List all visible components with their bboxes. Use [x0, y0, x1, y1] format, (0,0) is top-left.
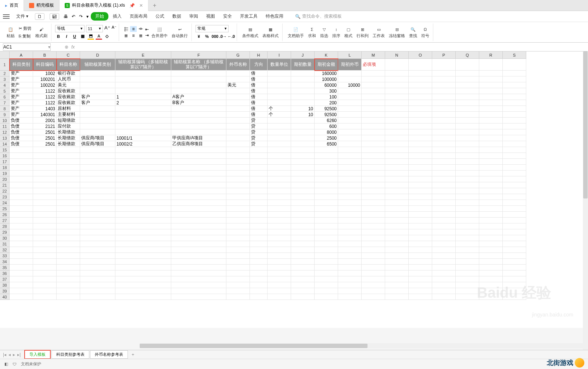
cell[interactable] — [432, 106, 456, 112]
cell[interactable]: 1122 — [33, 94, 57, 100]
cell[interactable] — [456, 212, 479, 218]
cell[interactable] — [362, 218, 385, 223]
cell[interactable] — [115, 188, 171, 194]
cell[interactable] — [250, 182, 268, 188]
header-cell[interactable]: 必填项 — [362, 59, 385, 71]
cell[interactable] — [479, 235, 503, 241]
cell[interactable] — [33, 218, 57, 223]
row-header[interactable]: 6 — [0, 94, 10, 100]
row-header[interactable]: 15 — [0, 147, 10, 153]
sheet-button[interactable]: ▭工作表 — [371, 25, 386, 39]
cell[interactable] — [315, 182, 338, 188]
cell[interactable] — [291, 88, 315, 94]
cell[interactable] — [33, 171, 57, 176]
cell[interactable] — [479, 194, 503, 200]
cell[interactable] — [268, 171, 291, 176]
cell[interactable] — [456, 171, 479, 176]
cell[interactable] — [10, 265, 33, 271]
cell[interactable]: 92500 — [315, 106, 338, 112]
cell[interactable] — [315, 223, 338, 229]
cell[interactable] — [503, 100, 526, 106]
cell[interactable] — [338, 71, 362, 76]
cell[interactable]: 资产 — [10, 112, 33, 118]
row-header[interactable]: 21 — [0, 182, 10, 188]
cell[interactable] — [268, 147, 291, 153]
bold-button[interactable]: B — [55, 33, 62, 40]
cell[interactable] — [250, 188, 268, 194]
cell[interactable] — [503, 259, 526, 265]
cell[interactable] — [409, 247, 432, 253]
cell[interactable] — [409, 294, 432, 300]
cell[interactable] — [456, 88, 479, 94]
cell[interactable] — [479, 229, 503, 235]
cell[interactable] — [385, 194, 409, 200]
cell[interactable] — [10, 276, 33, 282]
cell[interactable] — [33, 176, 57, 182]
cell[interactable] — [33, 241, 57, 247]
cell[interactable] — [338, 171, 362, 176]
cell[interactable] — [503, 276, 526, 282]
cell[interactable] — [115, 171, 171, 176]
cell[interactable] — [226, 188, 250, 194]
cell[interactable] — [115, 147, 171, 153]
sheet-tab-ref1[interactable]: 科目类别参考表 — [51, 350, 89, 359]
cell[interactable] — [479, 112, 503, 118]
header-cell[interactable] — [456, 59, 479, 71]
row-header[interactable]: 9 — [0, 112, 10, 118]
cell[interactable] — [503, 76, 526, 82]
cell[interactable] — [33, 259, 57, 265]
cell[interactable] — [80, 206, 115, 212]
cell[interactable] — [291, 288, 315, 294]
cell[interactable] — [479, 118, 503, 123]
cell[interactable] — [456, 106, 479, 112]
cell[interactable] — [171, 235, 226, 241]
cell[interactable] — [503, 88, 526, 94]
cell[interactable] — [456, 218, 479, 223]
col-header-K[interactable]: K — [315, 51, 338, 59]
cell[interactable] — [250, 223, 268, 229]
cell[interactable] — [503, 241, 526, 247]
cell[interactable] — [362, 106, 385, 112]
cell[interactable] — [226, 123, 250, 129]
cell[interactable] — [115, 76, 171, 82]
cell[interactable] — [503, 247, 526, 253]
cell[interactable] — [10, 165, 33, 171]
cell[interactable] — [57, 176, 80, 182]
cell[interactable] — [226, 200, 250, 206]
cell[interactable] — [503, 265, 526, 271]
cell[interactable] — [409, 118, 432, 123]
cell[interactable] — [385, 141, 409, 147]
header-cell[interactable] — [479, 59, 503, 71]
cell[interactable] — [291, 188, 315, 194]
header-cell[interactable] — [503, 59, 526, 71]
cell[interactable] — [226, 253, 250, 259]
cell[interactable] — [479, 171, 503, 176]
menu-file[interactable]: 文件 ▾ — [12, 12, 32, 21]
cell[interactable] — [503, 188, 526, 194]
cell[interactable] — [456, 100, 479, 106]
cell[interactable] — [226, 282, 250, 288]
cell[interactable] — [456, 259, 479, 265]
copy-button[interactable]: ⎘复制 — [17, 33, 33, 40]
cell[interactable] — [338, 76, 362, 82]
cell[interactable] — [479, 141, 503, 147]
cell[interactable] — [385, 223, 409, 229]
header-cell[interactable]: 科目名称 — [57, 59, 80, 71]
cut-button[interactable]: ✂剪切 — [17, 25, 33, 32]
cell[interactable]: 借 — [250, 106, 268, 112]
cell[interactable]: 1403 — [33, 106, 57, 112]
qa-undo-icon[interactable]: ↶ — [70, 14, 77, 19]
cell[interactable] — [115, 123, 171, 129]
cell[interactable] — [362, 188, 385, 194]
cell[interactable]: 资产 — [10, 88, 33, 94]
cell[interactable] — [432, 212, 456, 218]
cell[interactable] — [503, 82, 526, 88]
cell[interactable] — [409, 253, 432, 259]
col-header-J[interactable]: J — [291, 51, 315, 59]
cell[interactable] — [80, 288, 115, 294]
cell[interactable] — [57, 235, 80, 241]
cell[interactable] — [226, 153, 250, 159]
cell[interactable] — [80, 241, 115, 247]
freeze-button[interactable]: ⊟冻结窗格 — [387, 25, 406, 39]
horizontal-scrollbar[interactable] — [140, 343, 583, 348]
